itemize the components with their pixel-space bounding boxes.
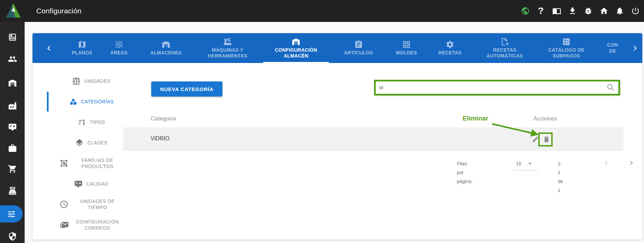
tab-label: RECETAS [438, 50, 462, 56]
subnav-item-clases[interactable]: CLASES [33, 132, 123, 153]
shapes-icon [69, 97, 78, 106]
column-header-categoria: Categoría [151, 115, 176, 122]
search-icon[interactable] [606, 83, 616, 92]
tab-truncated-con-de[interactable]: CON DE [597, 33, 628, 63]
email-icon [60, 220, 68, 229]
search-highlight-box [374, 80, 620, 95]
shopping-cart-icon [8, 164, 17, 174]
help-icon[interactable]: ? [536, 7, 545, 16]
annotation-highlight-box [538, 132, 553, 146]
tab-recetas-automaticas[interactable]: RECETAS AUTOMÁTICAS [474, 33, 536, 63]
subnav-item-configuracion-correos[interactable]: CONFIGURACIÓN CORREOS [33, 215, 123, 235]
table-row: VIDRIO [123, 128, 623, 151]
download-icon[interactable] [568, 7, 577, 16]
sidebar-item-work[interactable] [0, 141, 25, 155]
tabs-scroll-right-button[interactable] [628, 33, 642, 63]
layers-icon [75, 138, 84, 147]
sidebar-item-sales[interactable] [0, 184, 25, 197]
tab-articulos[interactable]: ARTÍCULOS [330, 33, 387, 63]
subnav-item-unidades[interactable]: UNIDADES [33, 71, 123, 91]
subnav-label: TIPOS [90, 119, 105, 125]
subnav-item-calidad[interactable]: CALIDAD [33, 174, 123, 194]
tab-label: MÁQUINAS Y HERRAMIENTAS [201, 47, 254, 59]
subnav-label: CATEGORÍAS [81, 99, 114, 105]
warehouse-icon [162, 40, 170, 49]
subnav-label: UNIDADES [84, 78, 110, 84]
chevron-left-icon [602, 158, 611, 167]
power-icon[interactable] [631, 7, 640, 16]
subnav-item-familias-de-productos[interactable]: FAMILIAS DE PRODUCTOS [33, 153, 123, 174]
topbar-actions: ? [520, 0, 640, 22]
shield-icon [8, 232, 17, 241]
sidebar-item-news[interactable] [0, 30, 25, 44]
tab-label: CATÁLOGO DE SUBPASOS [540, 47, 593, 59]
previous-page-button[interactable] [602, 158, 611, 167]
texture-icon [115, 40, 124, 49]
subnav-item-categorias[interactable]: CATEGORÍAS [33, 91, 123, 112]
tab-recetas[interactable]: RECETAS [426, 33, 474, 63]
briefcase-icon [8, 144, 17, 153]
search-input[interactable] [376, 81, 606, 94]
new-category-button[interactable]: NUEVA CATEGORÍA [151, 81, 222, 97]
tune-icon [7, 209, 16, 219]
warehouse-icon [292, 37, 300, 46]
tab-label: PLANOS [72, 50, 92, 56]
manual-book-icon[interactable] [552, 7, 561, 16]
tab-almacenes[interactable]: ALMACENES [139, 33, 193, 63]
tab-label: ARTÍCULOS [344, 50, 373, 56]
chevron-right-icon [627, 158, 636, 167]
clock-icon [60, 200, 68, 209]
settings-subnav: UNIDADES CATEGORÍAS TIPOS CLASES FAMILIA… [33, 63, 123, 235]
sidebar-item-configuration[interactable] [0, 205, 23, 222]
tab-areas[interactable]: ÁREAS [99, 33, 139, 63]
map-icon [78, 40, 87, 49]
chevron-right-icon [630, 43, 640, 53]
tab-label: ÁREAS [110, 50, 128, 56]
globe-icon[interactable] [520, 7, 530, 16]
content-card: PLANOS ÁREAS ALMACENES MÁQUINAS Y HERRAM… [33, 33, 642, 240]
tab-maquinas-y-herramientas[interactable]: MÁQUINAS Y HERRAMIENTAS [193, 33, 262, 63]
notifications-icon[interactable] [615, 7, 624, 16]
tab-moldes[interactable]: MOLDES [387, 33, 426, 63]
tab-label: CON DE [606, 42, 619, 54]
sidebar-item-security[interactable] [0, 229, 25, 243]
factory-icon [8, 101, 17, 110]
warehouse-icon [8, 78, 17, 88]
tab-label: MOLDES [396, 50, 417, 56]
chevron-left-icon [44, 43, 54, 53]
tab-label: ALMACENES [150, 50, 181, 56]
grid-icon [402, 40, 411, 49]
sidebar-item-certificates[interactable] [0, 120, 25, 133]
home-icon[interactable] [599, 7, 608, 16]
topbar: Configuración ? [0, 0, 644, 22]
sidebar-item-factory[interactable] [0, 99, 25, 112]
ballot-icon [562, 37, 571, 46]
subnav-item-tipos[interactable]: TIPOS [33, 112, 123, 132]
sidebar-item-purchases[interactable] [0, 162, 25, 176]
tab-label: CONFIGURACIÓN ALMACÉN [270, 47, 323, 59]
users-icon [8, 54, 17, 64]
tab-configuracion-almacen[interactable]: CONFIGURACIÓN ALMACÉN [262, 33, 330, 63]
subnav-item-unidades-de-tiempo[interactable]: UNIDADES DE TIEMPO [33, 194, 123, 215]
rows-per-page-select[interactable]: 10 [516, 159, 521, 168]
tab-label: RECETAS AUTOMÁTICAS [478, 47, 531, 59]
dropdown-arrow-icon[interactable] [526, 159, 534, 168]
sort-icon [77, 118, 86, 127]
subnav-label: UNIDADES DE TIEMPO [72, 198, 123, 210]
category-cell: VIDRIO [151, 136, 169, 142]
next-page-button[interactable] [627, 158, 636, 167]
annotation-label: Eliminar [463, 115, 488, 122]
machines-icon [223, 37, 232, 46]
tabs-scroll-left-button[interactable] [33, 33, 65, 63]
tab-planos[interactable]: PLANOS [65, 33, 99, 63]
column-header-acciones: Acciones [526, 115, 564, 122]
sidebar-item-warehouses[interactable] [0, 76, 25, 90]
bug-report-icon[interactable] [583, 7, 593, 16]
file-gear-icon [500, 37, 509, 46]
subnav-label: CALIDAD [86, 181, 108, 187]
tab-catalogo-de-subpasos[interactable]: CATÁLOGO DE SUBPASOS [536, 33, 597, 63]
gear-icon [446, 40, 454, 49]
subnav-label: CONFIGURACIÓN CORREOS [72, 219, 123, 231]
sidebar-item-users[interactable] [0, 52, 25, 66]
app-logo-icon[interactable] [5, 3, 21, 19]
